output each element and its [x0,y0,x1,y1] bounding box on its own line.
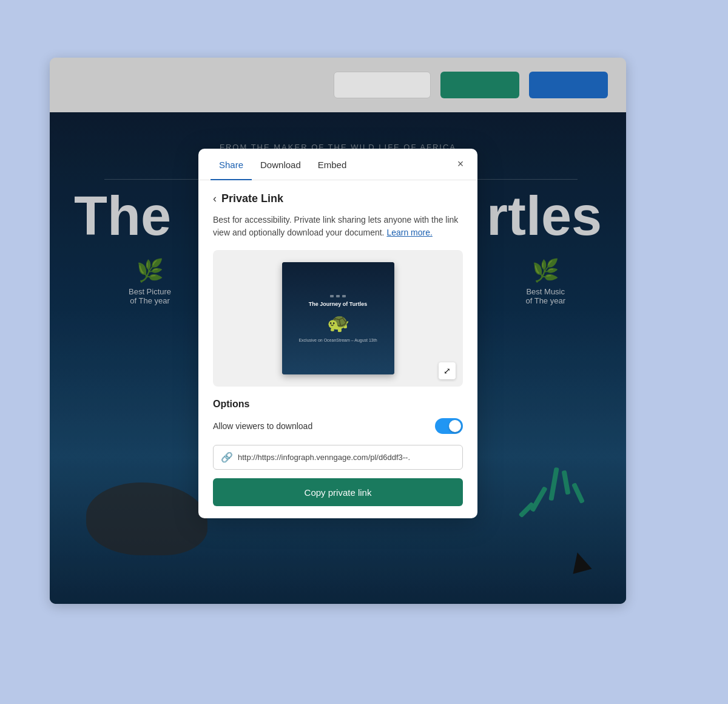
options-title: Options [213,399,463,410]
preview-dot-2 [336,295,340,297]
url-text: http://https://infograph.venngage.com/pl… [238,453,455,462]
allow-download-label: Allow viewers to download [213,421,312,431]
back-button[interactable]: ‹ [213,192,217,205]
tab-embed[interactable]: Embed [309,149,356,180]
share-modal: Share Download Embed × ‹ P [198,149,477,518]
preview-doc-subtitle: Exclusive on OceanStream – August 13th [298,338,377,342]
preview-dots [330,295,346,297]
preview-turtle-icon: 🐢 [327,312,349,333]
description-text: Best for accessibility. Private link sha… [213,214,463,239]
url-field[interactable]: 🔗 http://https://infograph.venngage.com/… [213,445,463,470]
splash-line-3 [562,470,571,495]
expand-preview-button[interactable]: ⤢ [439,362,456,379]
allow-download-toggle[interactable] [435,418,463,434]
document-preview-inner: The Journey of Turtles 🐢 Exclusive on Oc… [282,262,394,374]
document-preview: The Journey of Turtles 🐢 Exclusive on Oc… [282,262,394,374]
learn-more-link[interactable]: Learn more. [386,228,432,237]
browser-content: FROM THE MAKER OF THE WILD LIFE OF AFRIC… [50,112,626,604]
browser-window: FROM THE MAKER OF THE WILD LIFE OF AFRIC… [50,58,626,604]
preview-doc-title: The Journey of Turtles [309,301,367,307]
tab-download[interactable]: Download [252,149,309,180]
splash-line-1 [530,486,547,512]
browser-toolbar [50,58,626,112]
toggle-knob [449,420,461,432]
splash-line-2 [548,467,559,501]
link-icon: 🔗 [221,452,233,463]
private-link-title: Private Link [221,192,283,205]
toolbar-btn-green[interactable] [440,72,519,98]
tab-share[interactable]: Share [211,149,252,180]
copy-private-link-button[interactable]: Copy private link [213,478,463,506]
document-preview-container: The Journey of Turtles 🐢 Exclusive on Oc… [213,250,463,387]
preview-dot-1 [330,295,334,297]
options-section: Options Allow viewers to download [213,399,463,434]
private-link-header: ‹ Private Link [213,192,463,205]
preview-dot-3 [342,295,346,297]
splash-effect [517,470,590,531]
modal-close-button[interactable]: × [452,156,469,173]
toolbar-btn-blue[interactable] [529,72,608,98]
modal-body: ‹ Private Link Best for accessibility. P… [198,180,477,518]
toolbar-search[interactable] [334,72,431,98]
allow-download-row: Allow viewers to download [213,418,463,434]
splash-line-4 [571,482,585,504]
modal-tabs-bar: Share Download Embed × [198,149,477,180]
